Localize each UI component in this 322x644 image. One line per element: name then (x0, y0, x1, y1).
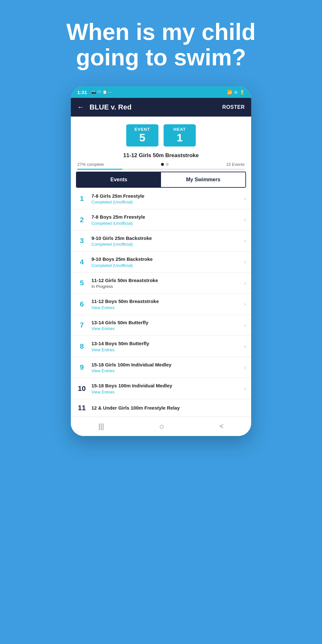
event-status-2: Completed (Unofficial) (91, 221, 242, 226)
progress-fill (77, 169, 122, 170)
nav-bar: ← BLUE v. Red ROSTER (71, 98, 251, 117)
event-number-6: 6 (76, 300, 88, 308)
event-badge: EVENT 5 (126, 124, 158, 146)
event-name-3: 9-10 Girls 25m Backstroke (91, 235, 242, 242)
dot-2 (166, 163, 169, 166)
event-status-7: View Entries (91, 326, 242, 331)
progress-total: 15 Events (226, 162, 245, 167)
status-left-icons: 📷 🛡 📋 ··· (91, 90, 111, 94)
event-info-4: 9-10 Boys 25m BackstrokeCompleted (Unoff… (91, 256, 242, 268)
status-bar: 1:31 📷 🛡 📋 ··· 📶 ⊘ 🔋 (71, 86, 251, 98)
tab-bar: Events My Swimmers (76, 172, 246, 188)
event-info-3: 9-10 Girls 25m BackstrokeCompleted (Unof… (91, 235, 242, 247)
chevron-icon-6: › (244, 301, 246, 308)
chevron-icon-3: › (244, 238, 246, 244)
status-right-icons: 📶 ⊘ 🔋 (227, 90, 245, 95)
event-name-4: 9-10 Boys 25m Backstroke (91, 256, 242, 262)
event-name-9: 15-18 Girls 100m Individual Medley (91, 362, 242, 368)
dot-1 (161, 163, 164, 166)
hero-line1: When is my child (66, 19, 256, 45)
chevron-icon-4: › (244, 259, 246, 265)
event-item-3[interactable]: 39-10 Girls 25m BackstrokeCompleted (Uno… (71, 231, 251, 252)
event-item-8[interactable]: 813-14 Boys 50m ButterflyView Entries› (71, 336, 251, 357)
back-button[interactable]: ← (77, 103, 84, 111)
status-left: 1:31 📷 🛡 📋 ··· (77, 90, 111, 95)
event-status-5: In Progress (91, 284, 242, 289)
event-number-7: 7 (76, 321, 88, 329)
event-number-9: 9 (76, 363, 88, 372)
event-number-10: 10 (76, 384, 88, 393)
event-info-7: 13-14 Girls 50m ButterflyView Entries (91, 319, 242, 331)
roster-button[interactable]: ROSTER (222, 104, 245, 110)
progress-row: 27% complete 15 Events (71, 162, 251, 169)
tab-events[interactable]: Events (77, 172, 161, 187)
home-icon[interactable]: ○ (159, 421, 164, 431)
event-badge-label: EVENT (126, 127, 158, 132)
event-info-5: 11-12 Girls 50m BreaststrokeIn Progress (91, 277, 242, 289)
event-name-1: 7-8 Girls 25m Freestyle (91, 193, 242, 199)
event-number-5: 5 (76, 279, 88, 287)
event-name-8: 13-14 Boys 50m Butterfly (91, 340, 242, 347)
progress-track (77, 169, 245, 170)
menu-icon[interactable]: ||| (99, 422, 104, 431)
chevron-icon-7: › (244, 322, 246, 329)
phone-mockup: 1:31 📷 🛡 📋 ··· 📶 ⊘ 🔋 ← BLUE v. Red ROSTE… (71, 86, 251, 436)
hero-heading: When is my child going to swim? (47, 0, 275, 86)
event-item-6[interactable]: 611-12 Boys 50m BreaststrokeView Entries… (71, 294, 251, 315)
event-name-2: 7-8 Boys 25m Freestyle (91, 214, 242, 220)
event-item-2[interactable]: 27-8 Boys 25m FreestyleCompleted (Unoffi… (71, 209, 251, 231)
chevron-icon-8: › (244, 343, 246, 350)
bottom-nav: ||| ○ < (71, 417, 251, 436)
heat-badge-label: HEAT (164, 127, 196, 132)
current-event-subtitle: 11-12 Girls 50m Breaststroke (71, 151, 251, 162)
event-info-2: 7-8 Boys 25m FreestyleCompleted (Unoffic… (91, 214, 242, 226)
event-status-1: Completed (Unofficial) (91, 200, 242, 204)
event-item-1[interactable]: 17-8 Girls 25m FreestyleCompleted (Unoff… (71, 188, 251, 210)
event-item-10[interactable]: 1015-18 Boys 100m Individual MedleyView … (71, 378, 251, 399)
event-number-1: 1 (76, 194, 88, 203)
event-name-6: 11-12 Boys 50m Breaststroke (91, 298, 242, 305)
event-info-10: 15-18 Boys 100m Individual MedleyView En… (91, 383, 242, 394)
badges-row: EVENT 5 HEAT 1 (71, 117, 251, 151)
event-status-3: Completed (Unofficial) (91, 242, 242, 247)
event-info-6: 11-12 Boys 50m BreaststrokeView Entries (91, 298, 242, 310)
chevron-icon-2: › (244, 216, 246, 223)
chevron-icon-1: › (244, 195, 246, 202)
event-badge-number: 5 (126, 132, 158, 144)
event-item-4[interactable]: 49-10 Boys 25m BackstrokeCompleted (Unof… (71, 251, 251, 273)
back-nav-icon[interactable]: < (219, 422, 223, 431)
heat-badge-number: 1 (164, 132, 196, 144)
event-name-10: 15-18 Boys 100m Individual Medley (91, 383, 242, 389)
event-item-5[interactable]: 511-12 Girls 50m BreaststrokeIn Progress… (71, 273, 251, 294)
event-status-8: View Entries (91, 347, 242, 352)
event-status-10: View Entries (91, 390, 242, 394)
event-status-4: Completed (Unofficial) (91, 263, 242, 268)
progress-percent: 27% complete (77, 162, 104, 167)
event-number-11: 11 (76, 404, 88, 412)
hero-line2: going to swim? (76, 44, 246, 70)
event-name-7: 13-14 Girls 50m Butterfly (91, 319, 242, 326)
status-time: 1:31 (77, 90, 87, 95)
chevron-icon-10: › (244, 385, 246, 392)
event-status-9: View Entries (91, 368, 242, 373)
nav-title: BLUE v. Red (90, 103, 222, 111)
event-info-1: 7-8 Girls 25m FreestyleCompleted (Unoffi… (91, 193, 242, 205)
event-number-8: 8 (76, 342, 88, 351)
events-list: 17-8 Girls 25m FreestyleCompleted (Unoff… (71, 188, 251, 417)
heat-badge: HEAT 1 (164, 124, 196, 146)
event-name-5: 11-12 Girls 50m Breaststroke (91, 277, 242, 284)
progress-dots (161, 163, 169, 166)
event-number-2: 2 (76, 216, 88, 224)
event-item-7[interactable]: 713-14 Girls 50m ButterflyView Entries› (71, 315, 251, 336)
event-info-8: 13-14 Boys 50m ButterflyView Entries (91, 340, 242, 352)
event-info-9: 15-18 Girls 100m Individual MedleyView E… (91, 362, 242, 374)
event-status-6: View Entries (91, 305, 242, 310)
event-number-3: 3 (76, 237, 88, 245)
event-name-partial: 12 & Under Girls 100m Freestyle Relay (91, 405, 180, 411)
chevron-icon-5: › (244, 280, 246, 287)
chevron-icon-9: › (244, 364, 246, 371)
tab-my-swimmers[interactable]: My Swimmers (161, 172, 245, 187)
event-item-9[interactable]: 915-18 Girls 100m Individual MedleyView … (71, 357, 251, 378)
event-number-4: 4 (76, 258, 88, 266)
event-item-partial[interactable]: 1112 & Under Girls 100m Freestyle Relay (71, 399, 251, 417)
